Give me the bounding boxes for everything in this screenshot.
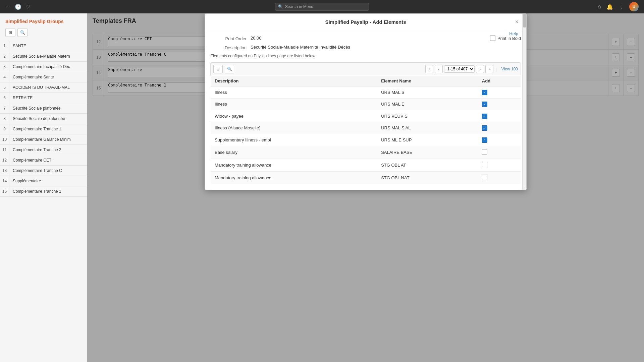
sidebar-grid-btn[interactable]: ⊞ [5,28,15,37]
table-row: Base salary SALAIRE BASE [211,146,521,159]
row-add-cell [478,159,521,171]
row-add-cell [478,110,521,122]
table-row: Mandatory training allowance STG OBL NAT [211,171,521,184]
description-value: Sécurité Sociale-Maladie Maternité Inval… [251,45,350,50]
row-element-name: STG OBL AT [377,159,478,171]
row-add-cell [478,171,521,184]
add-checkbox[interactable] [482,125,487,131]
avatar[interactable]: U [629,2,639,11]
more-icon[interactable]: ⋮ [619,4,624,10]
print-bold-checkbox[interactable] [490,36,495,41]
row-description: Base salary [211,146,377,159]
table-row: Illness URS MAL S [211,86,521,99]
back-icon[interactable]: ← [5,4,11,10]
row-add-cell [478,146,521,159]
first-page-btn[interactable]: « [425,65,433,73]
list-item[interactable]: 7 Séucrité Sociale plafonnée [0,103,87,114]
row-description: Supplementary Illness - empl [211,134,377,146]
content-area: Simplified Payslip Groups ⊞ 🔍 1 SANTE 2 … [0,13,644,362]
row-description: Mandatory training allowance [211,159,377,171]
top-bar-right: ⌂ 🔔 ⋮ U [598,2,639,11]
list-item[interactable]: 4 Complémentaire Santé [0,72,87,82]
list-item[interactable]: 1 SANTE [0,41,87,51]
list-item[interactable]: 14 Supplémentaire [0,176,87,186]
list-item[interactable]: 8 Séucrité Sociale déplafonnée [0,114,87,124]
col-add: Add [478,76,521,86]
pagination: « ‹ 1-15 of 407 › » | View 100 [425,65,518,73]
col-element-name: Element Name [377,76,478,86]
favorite-icon[interactable]: ♡ [25,4,30,10]
row-element-name: URS MAL S AL [377,122,478,134]
form-row-description: Description Sécurité Sociale-Maladie Mat… [210,45,521,50]
list-item[interactable]: 5 ACCIDENTS DU TRAVAIL-MAL [0,82,87,93]
row-element-name: URS MAL S [377,86,478,99]
modal-header: Simplified Payslip - Add Elements × [205,14,526,30]
print-bold-label: Print in Bold [497,36,521,41]
row-element-name: URS VEUV S [377,110,478,122]
search-placeholder: Search in Menu [285,4,313,9]
home-icon[interactable]: ⌂ [598,4,601,10]
scrollbar[interactable] [522,30,526,190]
table-row: Widow - payee URS VEUV S [211,110,521,122]
form-row-print-order: Print Order 20.00 Print in Bold [210,36,521,41]
modal-title: Simplified Payslip - Add Elements [218,19,513,25]
add-checkbox[interactable] [482,137,487,143]
row-add-cell [478,134,521,146]
bell-icon[interactable]: 🔔 [606,4,613,10]
top-bar: ← 🕐 ♡ 🔍 Search in Menu ⌂ 🔔 ⋮ U [0,0,644,13]
add-checkbox[interactable] [482,175,487,180]
list-item[interactable]: 10 Complémentaire Garantie Minim [0,134,87,145]
row-add-cell [478,86,521,99]
sidebar-list: 1 SANTE 2 Sécurité Sociale-Malade Matern… [0,41,87,197]
view-100-link[interactable]: View 100 [501,67,518,71]
add-checkbox[interactable] [482,114,487,119]
table-row: Mandatory training allowance STG OBL AT [211,159,521,171]
elements-note: Elements configured on Payslip lines pag… [210,54,521,58]
resize-handle[interactable]: ⁝ [521,184,526,190]
search-bar[interactable]: 🔍 Search in Menu [275,3,369,11]
table-grid-btn[interactable]: ⊞ [213,65,223,73]
row-description: Mandatory training allowance [211,171,377,184]
list-item[interactable]: 11 Complémentaire Tranche 2 [0,145,87,155]
add-checkbox[interactable] [482,102,487,107]
add-checkbox[interactable] [482,162,487,167]
sidebar-search-btn[interactable]: 🔍 [17,28,28,37]
print-order-value: 20.00 [251,36,262,41]
row-description: Illness (Alsace Moselle) [211,122,377,134]
sidebar: Simplified Payslip Groups ⊞ 🔍 1 SANTE 2 … [0,13,87,362]
description-label: Description [210,45,251,50]
last-page-btn[interactable]: » [485,65,493,73]
list-item[interactable]: 2 Sécurité Sociale-Malade Matern [0,51,87,62]
row-element-name: STG OBL NAT [377,171,478,184]
search-icon: 🔍 [278,4,283,9]
list-item[interactable]: 15 Complémentaire Tranche 1 [0,186,87,197]
list-item[interactable]: 6 RETRAITE [0,93,87,103]
modal-body: Help Print Order 20.00 Print in Bold Des… [205,30,526,190]
add-checkbox[interactable] [482,149,487,155]
page-select[interactable]: 1-15 of 407 [444,65,475,73]
sidebar-toolbar: ⊞ 🔍 [0,28,87,41]
add-checkbox[interactable] [482,90,487,95]
list-item[interactable]: 9 Complémentaire Tranche 1 [0,124,87,134]
table-row: Illness (Alsace Moselle) URS MAL S AL [211,122,521,134]
row-element-name: URS ML E SUP [377,134,478,146]
col-description: Description [211,76,377,86]
list-item[interactable]: 12 Complémentaire CET [0,155,87,166]
next-page-btn[interactable]: › [476,65,484,73]
row-element-name: SALAIRE BASE [377,146,478,159]
row-description: Widow - payee [211,110,377,122]
table-search-btn[interactable]: 🔍 [225,65,234,73]
list-item[interactable]: 13 Complémentaire Tranche C [0,166,87,176]
list-item[interactable]: 3 Complémentaire Incapacité Déc [0,62,87,72]
prev-page-btn[interactable]: ‹ [435,65,443,73]
elements-table: Description Element Name Add Illness URS… [210,75,521,184]
table-row: Illness URS MAL E [211,98,521,110]
table-row: Supplementary Illness - empl URS ML E SU… [211,134,521,146]
table-header-row: Description Element Name Add [211,76,521,86]
row-element-name: URS MAL E [377,98,478,110]
history-icon[interactable]: 🕐 [15,4,21,10]
row-description: Illness [211,86,377,99]
modal-close-button[interactable]: × [513,18,521,26]
main-area: Templates FRA 12 Complémentaire CET 115.… [87,13,644,362]
sidebar-title: Simplified Payslip Groups [0,19,87,28]
